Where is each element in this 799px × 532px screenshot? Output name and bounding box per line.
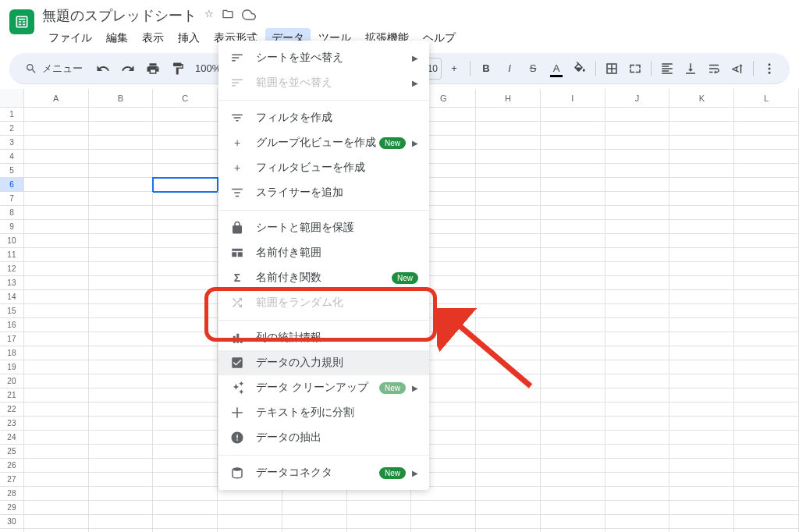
move-folder-icon[interactable] xyxy=(222,8,234,24)
cell[interactable] xyxy=(476,487,541,501)
cell[interactable] xyxy=(605,360,670,374)
cell[interactable] xyxy=(24,318,89,332)
cell[interactable] xyxy=(476,403,541,417)
cell[interactable] xyxy=(734,164,799,178)
cell[interactable] xyxy=(669,459,734,473)
cell[interactable] xyxy=(476,374,541,388)
cell[interactable] xyxy=(605,164,670,178)
cell[interactable] xyxy=(669,501,734,515)
cell[interactable] xyxy=(153,206,218,220)
cell[interactable] xyxy=(24,108,89,122)
menu-data-connectors[interactable]: データコネクタ New ▶ xyxy=(218,460,429,485)
cell[interactable] xyxy=(605,332,670,346)
menu-add-slicer[interactable]: スライサーを追加 xyxy=(218,180,429,205)
strikethrough-button[interactable]: S xyxy=(522,58,544,80)
cell[interactable] xyxy=(24,220,89,234)
menu-create-filter[interactable]: フィルタを作成 xyxy=(218,105,429,130)
redo-button[interactable] xyxy=(117,58,139,80)
cell[interactable] xyxy=(153,164,218,178)
cell[interactable] xyxy=(541,262,605,276)
cell[interactable] xyxy=(669,445,734,459)
more-toolbar-button[interactable] xyxy=(758,58,780,80)
cell[interactable] xyxy=(476,136,541,150)
cell[interactable] xyxy=(153,178,218,192)
cell[interactable] xyxy=(89,332,154,346)
cell[interactable] xyxy=(476,178,541,192)
cell[interactable] xyxy=(669,473,734,487)
cell[interactable] xyxy=(541,529,605,532)
cell[interactable] xyxy=(89,501,154,515)
cell[interactable] xyxy=(541,318,605,332)
cell[interactable] xyxy=(734,403,799,417)
column-header[interactable]: H xyxy=(476,89,541,108)
cell[interactable] xyxy=(153,403,218,417)
cell[interactable] xyxy=(347,501,412,515)
cell[interactable] xyxy=(605,529,670,532)
menu-data-validation[interactable]: データの入力規則 xyxy=(218,350,429,375)
bold-button[interactable]: B xyxy=(475,58,497,80)
cell[interactable] xyxy=(541,290,605,304)
menu-data-extraction[interactable]: データの抽出 xyxy=(218,425,429,450)
cell[interactable] xyxy=(24,360,89,374)
cell[interactable] xyxy=(605,304,670,318)
row-header[interactable]: 21 xyxy=(0,388,24,403)
cell[interactable] xyxy=(669,248,734,262)
cell[interactable] xyxy=(282,529,347,532)
horizontal-align-button[interactable] xyxy=(656,58,678,80)
cell[interactable] xyxy=(153,234,218,248)
cell[interactable] xyxy=(669,304,734,318)
row-header[interactable]: 10 xyxy=(0,234,24,248)
cell[interactable] xyxy=(476,346,541,360)
print-button[interactable] xyxy=(142,58,164,80)
cell[interactable] xyxy=(24,122,89,136)
cell[interactable] xyxy=(476,388,541,403)
cell[interactable] xyxy=(541,108,605,122)
cell[interactable] xyxy=(476,318,541,332)
cell[interactable] xyxy=(541,206,605,220)
cell[interactable] xyxy=(605,290,670,304)
cell[interactable] xyxy=(153,276,218,290)
cell[interactable] xyxy=(89,529,154,532)
cell[interactable] xyxy=(24,178,89,192)
cell[interactable] xyxy=(605,150,670,164)
row-header[interactable]: 7 xyxy=(0,192,24,206)
row-header[interactable]: 15 xyxy=(0,304,24,318)
cell[interactable] xyxy=(734,431,799,445)
paint-format-button[interactable] xyxy=(167,58,189,80)
cell[interactable] xyxy=(734,248,799,262)
cell[interactable] xyxy=(24,248,89,262)
cell[interactable] xyxy=(605,248,670,262)
cell[interactable] xyxy=(89,206,154,220)
cell[interactable] xyxy=(669,178,734,192)
row-header[interactable]: 28 xyxy=(0,487,24,501)
cell[interactable] xyxy=(89,248,154,262)
column-header[interactable]: J xyxy=(605,89,670,108)
cell[interactable] xyxy=(476,360,541,374)
cell[interactable] xyxy=(153,459,218,473)
cell[interactable] xyxy=(218,529,282,532)
cell[interactable] xyxy=(541,332,605,346)
row-header[interactable]: 29 xyxy=(0,501,24,515)
cell[interactable] xyxy=(541,388,605,403)
cell[interactable] xyxy=(734,108,799,122)
cell[interactable] xyxy=(541,417,605,431)
row-header[interactable]: 18 xyxy=(0,346,24,360)
cell[interactable] xyxy=(541,234,605,248)
text-color-button[interactable]: A xyxy=(545,58,567,80)
cell[interactable] xyxy=(89,459,154,473)
cell[interactable] xyxy=(153,192,218,206)
menu-file[interactable]: ファイル xyxy=(42,28,98,48)
cell[interactable] xyxy=(734,220,799,234)
cell[interactable] xyxy=(153,473,218,487)
cell[interactable] xyxy=(24,473,89,487)
cell[interactable] xyxy=(541,178,605,192)
menu-data-cleanup[interactable]: データ クリーンアップ New ▶ xyxy=(218,375,429,400)
cell[interactable] xyxy=(89,290,154,304)
cell[interactable] xyxy=(734,262,799,276)
row-header[interactable]: 19 xyxy=(0,360,24,374)
cell[interactable] xyxy=(734,388,799,403)
cell[interactable] xyxy=(734,122,799,136)
cell[interactable] xyxy=(24,150,89,164)
cell[interactable] xyxy=(669,529,734,532)
cell[interactable] xyxy=(669,262,734,276)
